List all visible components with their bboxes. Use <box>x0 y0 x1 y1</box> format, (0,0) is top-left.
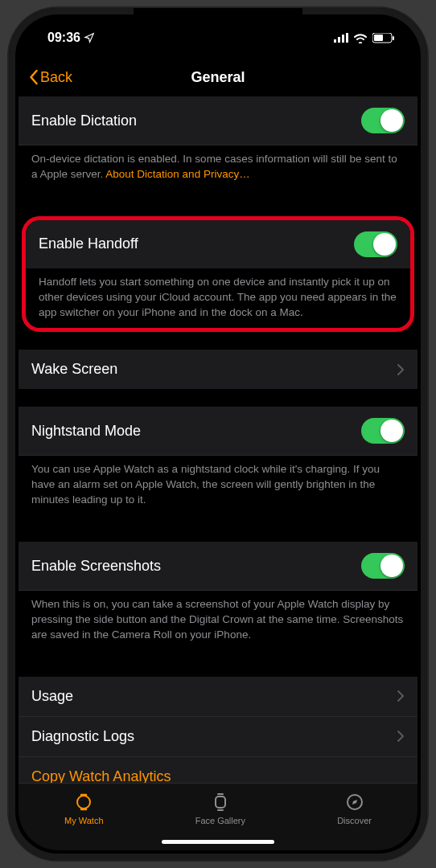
copy-label: Copy Watch Analytics <box>31 768 171 783</box>
status-left: 09:36 <box>47 31 95 45</box>
dictation-footer: On-device dictation is enabled. In some … <box>19 145 417 199</box>
dictation-privacy-link[interactable]: About Dictation and Privacy… <box>105 168 249 180</box>
battery-icon <box>372 33 395 43</box>
usage-cell[interactable]: Usage <box>19 677 417 717</box>
dictation-group: Enable Dictation On-device dictation is … <box>19 96 417 199</box>
home-indicator[interactable] <box>162 840 274 844</box>
svg-rect-0 <box>334 39 336 43</box>
handoff-highlight: Enable Handoff Handoff lets you start so… <box>22 216 414 333</box>
handoff-footer: Handoff lets you start something on one … <box>26 268 410 329</box>
tab-discover[interactable]: Discover <box>337 792 372 825</box>
face-gallery-icon <box>210 792 231 813</box>
wake-screen-cell[interactable]: Wake Screen <box>19 350 417 389</box>
copy-analytics-cell[interactable]: Copy Watch Analytics <box>19 757 417 783</box>
diag-label: Diagnostic Logs <box>31 728 134 745</box>
screenshots-group: Enable Screenshots When this is on, you … <box>19 542 417 659</box>
svg-rect-1 <box>338 37 340 43</box>
nightstand-footer: You can use Apple Watch as a nightstand … <box>19 456 417 524</box>
page-title: General <box>191 69 245 86</box>
location-icon <box>84 32 95 43</box>
handoff-toggle[interactable] <box>354 231 397 257</box>
nightstand-cell[interactable]: Nightstand Mode <box>19 407 417 456</box>
wake-label: Wake Screen <box>31 361 117 378</box>
diagnostic-cell[interactable]: Diagnostic Logs <box>19 717 417 757</box>
usage-label: Usage <box>31 688 73 705</box>
tab-gallery-label: Face Gallery <box>195 816 245 825</box>
chevron-right-icon <box>397 690 405 702</box>
dictation-toggle[interactable] <box>361 108 405 133</box>
chevron-right-icon <box>397 363 405 376</box>
svg-rect-6 <box>393 36 394 40</box>
wake-group: Wake Screen <box>19 350 417 389</box>
screenshots-cell[interactable]: Enable Screenshots <box>19 542 417 591</box>
chevron-right-icon <box>397 730 405 743</box>
compass-icon <box>344 792 365 813</box>
nightstand-toggle[interactable] <box>361 418 405 444</box>
screen: 09:36 Ba <box>19 18 417 850</box>
tab-mywatch-label: My Watch <box>64 816 104 825</box>
svg-rect-2 <box>342 35 344 43</box>
phone-frame: 09:36 Ba <box>9 8 427 860</box>
enable-handoff-cell[interactable]: Enable Handoff <box>26 220 410 268</box>
screenshots-label: Enable Screenshots <box>31 558 161 575</box>
tab-face-gallery[interactable]: Face Gallery <box>195 792 245 825</box>
notch <box>134 8 302 34</box>
content: Enable Dictation On-device dictation is … <box>19 96 417 783</box>
wifi-icon <box>353 33 368 43</box>
status-time: 09:36 <box>47 31 80 45</box>
watch-icon <box>73 792 94 813</box>
status-right <box>334 33 395 43</box>
enable-dictation-cell[interactable]: Enable Dictation <box>19 96 417 145</box>
nightstand-group: Nightstand Mode You can use Apple Watch … <box>19 407 417 524</box>
chevron-left-icon <box>28 69 39 85</box>
dictation-label: Enable Dictation <box>31 113 137 129</box>
usage-group: Usage Diagnostic Logs Copy Watch Analyti… <box>19 677 417 783</box>
screenshots-footer: When this is on, you can take a screensh… <box>19 591 417 659</box>
back-button[interactable]: Back <box>28 69 72 86</box>
nightstand-label: Nightstand Mode <box>31 423 141 440</box>
svg-rect-8 <box>216 796 225 808</box>
back-label: Back <box>40 69 72 86</box>
screenshots-toggle[interactable] <box>361 553 405 579</box>
tab-discover-label: Discover <box>337 816 372 825</box>
cellular-icon <box>334 33 348 43</box>
nav-bar: Back General <box>19 58 417 96</box>
svg-rect-3 <box>346 33 348 43</box>
handoff-label: Enable Handoff <box>39 235 138 252</box>
svg-point-7 <box>77 796 90 809</box>
svg-rect-5 <box>374 35 383 41</box>
tab-my-watch[interactable]: My Watch <box>64 792 104 825</box>
